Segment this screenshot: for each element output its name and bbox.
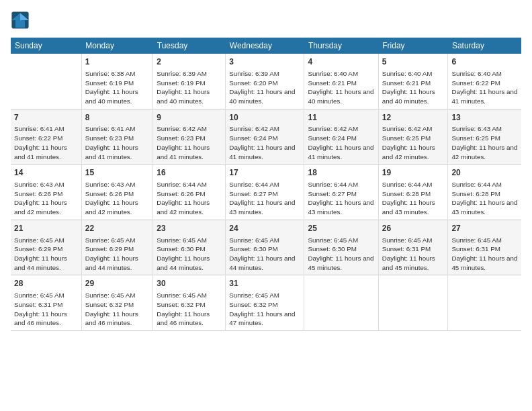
calendar-cell: 30Sunrise: 6:45 AMSunset: 6:32 PMDayligh… [153,275,226,331]
cell-info: Sunset: 6:32 PM [229,300,300,310]
cell-info: Sunset: 6:22 PM [451,79,518,88]
day-number: 31 [229,278,300,289]
cell-info: Sunrise: 6:44 AM [308,180,374,189]
cell-info: Sunset: 6:23 PM [85,134,150,143]
cell-info: Daylight: 11 hours and 44 minutes. [229,254,300,272]
cell-info: Daylight: 11 hours and 44 minutes. [14,254,78,272]
header-cell-friday: Friday [378,38,448,54]
calendar-cell: 14Sunrise: 6:43 AMSunset: 6:26 PMDayligh… [11,165,81,220]
cell-info: Sunset: 6:23 PM [157,134,222,143]
calendar-cell: 2Sunrise: 6:39 AMSunset: 6:19 PMDaylight… [153,54,226,109]
cell-info: Sunset: 6:28 PM [382,189,445,199]
cell-info: Daylight: 11 hours and 42 minutes. [157,198,222,216]
cell-info: Sunset: 6:26 PM [157,189,222,199]
calendar-cell [378,275,448,331]
calendar-cell: 13Sunrise: 6:43 AMSunset: 6:25 PMDayligh… [448,109,521,165]
cell-info: Sunrise: 6:42 AM [229,124,300,134]
calendar-cell: 1Sunrise: 6:38 AMSunset: 6:19 PMDaylight… [81,54,153,109]
cell-info: Sunrise: 6:44 AM [157,180,222,189]
day-number: 2 [157,56,222,68]
day-number: 15 [85,167,150,179]
cell-info: Daylight: 11 hours and 42 minutes. [451,143,518,161]
cell-info: Sunset: 6:29 PM [14,244,78,254]
cell-info: Sunset: 6:19 PM [85,79,150,88]
cell-info: Daylight: 11 hours and 40 minutes. [157,87,222,105]
calendar-cell: 26Sunrise: 6:45 AMSunset: 6:31 PMDayligh… [378,220,448,275]
calendar-cell: 8Sunrise: 6:41 AMSunset: 6:23 PMDaylight… [81,109,153,165]
cell-info: Sunset: 6:25 PM [382,134,445,143]
day-number: 1 [85,56,150,68]
cell-info: Sunset: 6:29 PM [85,244,150,254]
calendar-cell [304,275,378,331]
header-cell-wednesday: Wednesday [226,38,304,54]
header-row: SundayMondayTuesdayWednesdayThursdayFrid… [11,38,521,54]
cell-info: Sunrise: 6:45 AM [451,236,518,245]
day-number: 5 [382,56,445,68]
cell-info: Daylight: 11 hours and 45 minutes. [382,254,445,272]
day-number: 22 [85,223,150,234]
day-number: 3 [229,56,300,68]
cell-info: Sunrise: 6:42 AM [308,124,374,134]
cell-info: Sunset: 6:21 PM [308,79,374,88]
header [11,11,521,30]
calendar-cell: 24Sunrise: 6:45 AMSunset: 6:30 PMDayligh… [226,220,304,275]
cell-info: Sunrise: 6:45 AM [229,236,300,245]
day-number: 6 [451,56,518,68]
day-number: 29 [85,278,150,289]
day-number: 26 [382,223,445,234]
cell-info: Sunset: 6:20 PM [229,79,300,88]
calendar-cell [11,54,81,109]
day-number: 10 [229,112,300,124]
calendar-cell: 28Sunrise: 6:45 AMSunset: 6:31 PMDayligh… [11,275,81,331]
calendar-cell: 25Sunrise: 6:45 AMSunset: 6:30 PMDayligh… [304,220,378,275]
cell-info: Sunset: 6:26 PM [14,189,78,199]
cell-info: Sunset: 6:26 PM [85,189,150,199]
cell-info: Daylight: 11 hours and 41 minutes. [14,143,78,161]
cell-info: Sunrise: 6:45 AM [85,236,150,245]
cell-info: Sunrise: 6:43 AM [451,124,518,134]
cell-info: Daylight: 11 hours and 43 minutes. [229,198,300,216]
logo-icon [11,11,30,30]
calendar-cell: 7Sunrise: 6:41 AMSunset: 6:22 PMDaylight… [11,109,81,165]
cell-info: Sunset: 6:30 PM [157,244,222,254]
calendar-cell: 21Sunrise: 6:45 AMSunset: 6:29 PMDayligh… [11,220,81,275]
cell-info: Sunset: 6:31 PM [14,300,78,310]
cell-info: Sunrise: 6:42 AM [382,124,445,134]
cell-info: Sunrise: 6:41 AM [14,124,78,134]
cell-info: Sunrise: 6:40 AM [308,69,374,79]
cell-info: Sunset: 6:28 PM [451,189,518,199]
cell-info: Daylight: 11 hours and 46 minutes. [14,310,78,328]
calendar-cell: 15Sunrise: 6:43 AMSunset: 6:26 PMDayligh… [81,165,153,220]
day-number: 19 [382,167,445,179]
cell-info: Sunset: 6:31 PM [382,244,445,254]
calendar-cell: 3Sunrise: 6:39 AMSunset: 6:20 PMDaylight… [226,54,304,109]
cell-info: Sunset: 6:31 PM [451,244,518,254]
day-number: 8 [85,112,150,124]
day-number: 7 [14,112,78,124]
cell-info: Daylight: 11 hours and 40 minutes. [85,87,150,105]
calendar-cell: 20Sunrise: 6:44 AMSunset: 6:28 PMDayligh… [448,165,521,220]
cell-info: Sunrise: 6:44 AM [229,180,300,189]
calendar-cell: 27Sunrise: 6:45 AMSunset: 6:31 PMDayligh… [448,220,521,275]
cell-info: Daylight: 11 hours and 40 minutes. [229,87,300,105]
cell-info: Daylight: 11 hours and 43 minutes. [308,198,374,216]
calendar-cell: 18Sunrise: 6:44 AMSunset: 6:27 PMDayligh… [304,165,378,220]
cell-info: Daylight: 11 hours and 46 minutes. [85,310,150,328]
cell-info: Daylight: 11 hours and 47 minutes. [229,310,300,328]
cell-info: Daylight: 11 hours and 44 minutes. [157,254,222,272]
week-row-1: 1Sunrise: 6:38 AMSunset: 6:19 PMDaylight… [11,54,521,109]
cell-info: Sunset: 6:27 PM [229,189,300,199]
cell-info: Daylight: 11 hours and 45 minutes. [451,254,518,272]
calendar-cell: 16Sunrise: 6:44 AMSunset: 6:26 PMDayligh… [153,165,226,220]
calendar-cell: 29Sunrise: 6:45 AMSunset: 6:32 PMDayligh… [81,275,153,331]
calendar-cell: 23Sunrise: 6:45 AMSunset: 6:30 PMDayligh… [153,220,226,275]
calendar-cell: 4Sunrise: 6:40 AMSunset: 6:21 PMDaylight… [304,54,378,109]
day-number: 23 [157,223,222,234]
calendar-cell: 6Sunrise: 6:40 AMSunset: 6:22 PMDaylight… [448,54,521,109]
cell-info: Daylight: 11 hours and 41 minutes. [229,143,300,161]
cell-info: Daylight: 11 hours and 41 minutes. [451,87,518,105]
cell-info: Sunrise: 6:39 AM [229,69,300,79]
cell-info: Sunrise: 6:45 AM [14,291,78,300]
header-cell-monday: Monday [81,38,153,54]
cell-info: Sunrise: 6:40 AM [451,69,518,79]
